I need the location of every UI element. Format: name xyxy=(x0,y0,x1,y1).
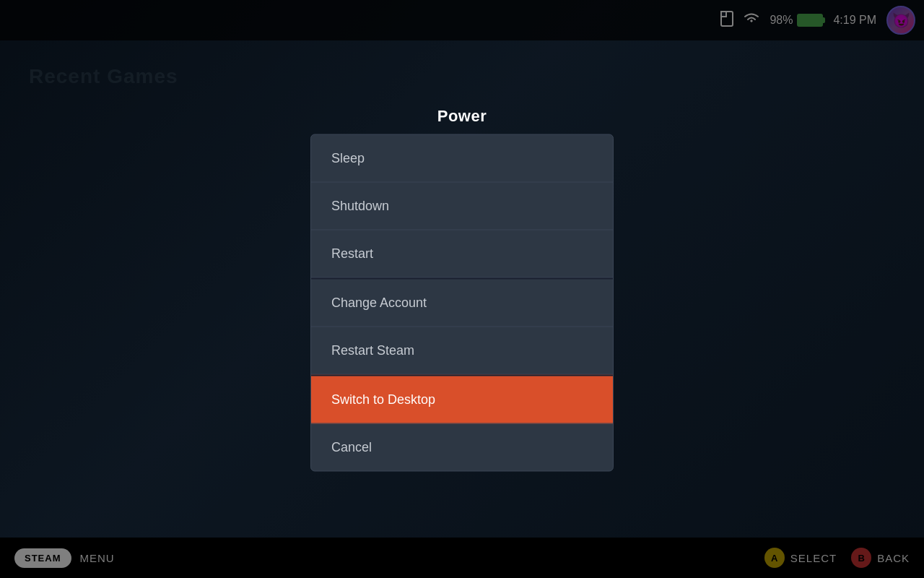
menu-item-restart[interactable]: Restart xyxy=(311,230,613,278)
menu-item-shutdown[interactable]: Shutdown xyxy=(311,183,613,230)
menu-item-switch-to-desktop[interactable]: Switch to Desktop xyxy=(311,375,613,424)
menu-item-cancel[interactable]: Cancel xyxy=(311,424,613,471)
menu-item-restart-steam[interactable]: Restart Steam xyxy=(311,327,613,375)
power-menu-list: Sleep Shutdown Restart Change Account Re… xyxy=(310,134,614,472)
menu-item-change-account[interactable]: Change Account xyxy=(311,278,613,327)
power-modal: Power Sleep Shutdown Restart Change Acco… xyxy=(310,107,614,472)
modal-title: Power xyxy=(310,107,614,126)
menu-item-sleep[interactable]: Sleep xyxy=(311,135,613,183)
